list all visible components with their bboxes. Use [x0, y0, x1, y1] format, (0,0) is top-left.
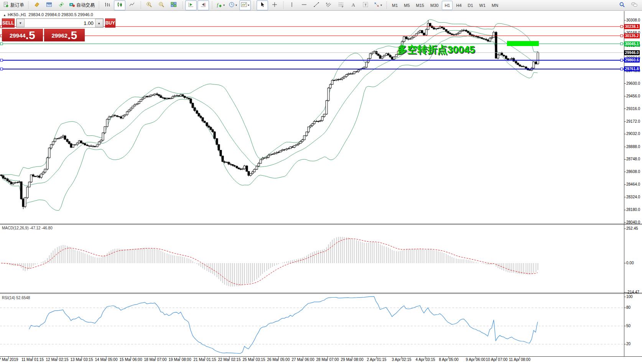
search-button[interactable] [616, 0, 628, 10]
bull-candle [140, 99, 142, 102]
bear-candle [451, 34, 453, 35]
eraser-icon [34, 2, 40, 9]
y-axis-tick-label: 28324.0 [626, 195, 640, 199]
bear-candle [182, 95, 184, 96]
bull-candle [286, 149, 288, 150]
bear-candle [445, 30, 447, 31]
bull-candle [110, 117, 112, 117]
bull-candle [276, 153, 278, 153]
vertical-line-button[interactable] [286, 0, 298, 10]
chart-shift-button[interactable] [198, 0, 209, 10]
bear-candle [337, 79, 339, 80]
time-axis-label: 8 Apr 05:00 [439, 357, 458, 362]
bear-candle [477, 36, 479, 37]
bull-candle [148, 96, 150, 97]
bull-candle [62, 136, 64, 137]
new-order-button[interactable]: 新订单 [2, 0, 25, 10]
timeframe-button-H1[interactable]: H1 [442, 1, 453, 10]
trendline-button[interactable] [311, 0, 322, 10]
cursor-icon [259, 2, 265, 9]
collapse-arrow-icon[interactable]: ▲ [3, 13, 6, 17]
rsi-tick-label: 50 [626, 324, 630, 328]
timeframe-button-W1[interactable]: W1 [477, 1, 489, 10]
bear-candle [184, 96, 186, 98]
line-handle [0, 43, 3, 45]
crosshair-button[interactable] [269, 0, 280, 10]
signal-button[interactable] [56, 0, 67, 10]
bear-candle [519, 65, 521, 66]
templates-button[interactable]: ▾ [239, 0, 251, 10]
bear-candle [116, 115, 118, 116]
timeframe-button-MN[interactable]: MN [489, 1, 501, 10]
bear-candle [443, 28, 445, 30]
bull-candle [98, 142, 100, 145]
bull-candle [126, 112, 128, 115]
timeframe-button-M1[interactable]: M1 [389, 1, 400, 10]
bear-candle [236, 166, 238, 168]
horizontal-line-button[interactable] [298, 0, 310, 10]
sell-button[interactable]: SELL [2, 18, 15, 28]
text-label-button[interactable]: T [360, 0, 371, 10]
chart-annotation-text[interactable]: 多空转折点30045 [397, 43, 475, 56]
timeframe-button-M5[interactable]: M5 [401, 1, 412, 10]
volume-increase-button[interactable]: ▲ [95, 19, 103, 27]
volume-decrease-button[interactable]: ▼ [16, 19, 25, 27]
time-axis-label: 29 Mar 08:00 [341, 357, 364, 362]
bear-candle [4, 178, 6, 179]
chat-button[interactable] [629, 0, 640, 10]
equidistant-channel-button[interactable]: E [323, 0, 334, 10]
buy-price-display[interactable]: 29962.5 [44, 29, 85, 41]
line-chart-button[interactable] [126, 0, 138, 10]
bull-candle [150, 95, 152, 96]
timeframe-button-M30[interactable]: M30 [428, 1, 441, 10]
zoom-out-button[interactable] [156, 0, 167, 10]
time-axis-label: 15 Mar 06:00 [120, 357, 142, 362]
y-axis-tick-label: 29456.0 [626, 94, 640, 98]
autotrading-button[interactable]: 自动交易 [68, 0, 96, 10]
text-button[interactable]: A [347, 0, 359, 10]
fibonacci-button[interactable]: F [335, 0, 347, 10]
bar-chart-button[interactable] [102, 0, 113, 10]
highlight-rectangle-object [507, 41, 539, 46]
chart-canvas[interactable] [0, 0, 642, 364]
price-tag: 29761.8 [624, 66, 640, 71]
sell-price-display[interactable]: 29944.5 [2, 29, 43, 41]
bull-candle [316, 121, 318, 122]
tile-windows-button[interactable] [168, 0, 179, 10]
timeframe-button-D1[interactable]: D1 [465, 1, 476, 10]
bear-candle [34, 176, 36, 177]
cursor-button[interactable] [257, 0, 268, 10]
buy-button[interactable]: BUY [105, 18, 115, 28]
candlestick-chart-button[interactable] [114, 0, 125, 10]
auto-scroll-button[interactable] [185, 0, 197, 10]
periods-button[interactable]: ▾ [227, 0, 239, 10]
eraser-button[interactable] [31, 0, 43, 10]
zoom-in-button[interactable] [143, 0, 155, 10]
bear-candle [441, 27, 443, 28]
timeframe-button-H4[interactable]: H4 [453, 1, 464, 10]
chart-window-button[interactable] [43, 0, 55, 10]
bear-candle [487, 40, 489, 41]
bear-candle [503, 55, 505, 56]
y-axis-tick-label: 29032.0 [626, 132, 640, 136]
bear-candle [196, 110, 198, 113]
time-axis-label: 7 Mar 2019 [0, 357, 18, 362]
arrows-button[interactable]: ▾ [372, 0, 384, 10]
time-axis-label: 11 Mar 01:15 [21, 357, 44, 362]
bear-candle [483, 39, 485, 40]
toolbar-button-label: 自动交易 [76, 2, 95, 8]
indicators-button[interactable]: f▾ [215, 0, 226, 10]
bull-candle [290, 147, 291, 149]
toolbar-separator [139, 2, 142, 9]
y-axis-tick-label: 29172.0 [626, 119, 640, 124]
bear-candle [8, 181, 10, 182]
volume-input[interactable] [25, 19, 95, 27]
bear-candle [501, 53, 503, 55]
macd-signal-line [1, 239, 538, 285]
timeframe-button-M15[interactable]: M15 [413, 1, 427, 10]
bear-candle [160, 96, 162, 98]
bull-candle [281, 150, 283, 151]
bear-candle [515, 61, 517, 63]
time-axis-label: 2 Apr 01:15 [367, 357, 386, 362]
line-handle [621, 68, 623, 70]
